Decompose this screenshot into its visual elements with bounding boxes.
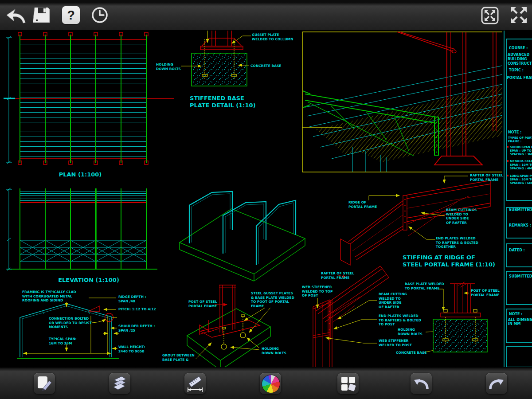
zoom-extents-button[interactable] [481,6,499,25]
post-label-right: POST OF STEELPORTAL FRAME [471,289,500,297]
help-icon: ? [62,6,80,24]
tb-submitted-by: SUBMITTED BY [509,274,532,278]
tb-note2: NOTE : [509,312,522,316]
tb-submitted-to: SUBMITTED TO [509,208,532,212]
web-stiffener-post-label: WEB STIFFENERWELDED TO POST [379,339,412,347]
tb-note1: NOTE : [508,130,521,134]
tb-topic-value: PORTAL FRAME [507,76,532,80]
tb-span-short: SHORT-SPAN PORTASPAN : UP TO 1SPACING : … [510,145,532,156]
history-button[interactable] [91,6,109,24]
cad-drawing-canvas[interactable]: PLAN (1:100)ELEVATION (1:100)STIFFENED B… [0,0,532,399]
back-icon [5,19,27,25]
zoom-extents-icon [481,20,499,26]
tb-span-long: LONG-SPAN PORTALSPAN : 30M TOSPACING : 6… [510,174,532,185]
save-button[interactable] [33,6,51,24]
fullscreen-icon [509,20,528,26]
layers-button[interactable] [109,373,130,394]
fullscreen-button[interactable] [509,5,528,25]
colors-button[interactable] [260,373,281,394]
plan-title: PLAN (1:100) [59,171,102,178]
elevation-title: ELEVATION (1:100) [58,277,119,283]
bottom-toolbar [0,367,532,399]
base-plate-label: BASE PLATE WELDEDTO PORTAL FRAME [405,282,444,290]
clock-icon [91,19,109,25]
top-toolbar: ? [0,0,532,31]
tb-course: COURSE : [509,46,528,50]
annotate-button[interactable] [34,373,55,394]
concrete-base-label-2: CONCRETE BASE [396,351,426,355]
pitch-label: PITCH: 1:12 TO 4:12 [118,307,156,311]
color-wheel-icon [262,375,280,393]
rafter-label-2: RAFTER OF STEELPORTAL FRAME [321,271,354,280]
blocks-button[interactable] [337,373,359,394]
back-button[interactable] [5,6,27,24]
help-button[interactable]: ? [62,6,80,24]
tb-topic: TOPIC : [509,68,524,72]
measure-button[interactable] [184,373,206,394]
undo-button[interactable] [411,373,432,394]
tb-dated: DATED : [509,248,525,252]
rafter-label-top: RAFTER OF STEELPORTAL FRAME [470,173,503,182]
redo-button[interactable] [486,373,507,394]
post-label-mid: POST OF STEELPORTAL FRAME [188,300,217,308]
tb-remarks: REMARKS : [509,223,531,227]
wall-height-label: WALL HEIGHT:2440 TO 9050 [118,345,145,353]
concrete-base-label-1: CONCRETE BASE [250,64,281,68]
save-icon [33,19,51,26]
tb-span-medium: MEDIUM-SPAN PORSPAN : 10M TOSPACING : 4M… [510,160,532,170]
app-window: { "palette":{"cyan":"#00D9D9","green":"#… [0,0,532,399]
